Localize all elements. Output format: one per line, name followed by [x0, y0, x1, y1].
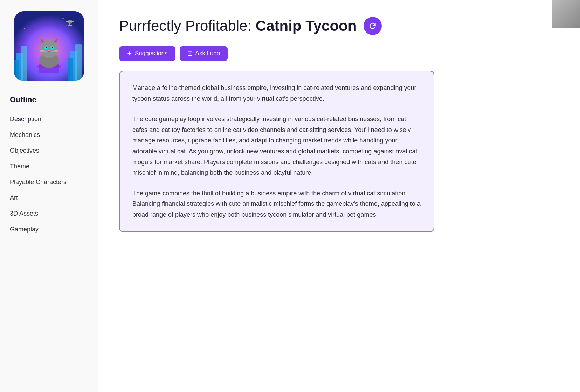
description-content-box: Manage a feline-themed global business e… — [119, 71, 434, 232]
svg-rect-6 — [75, 44, 82, 81]
svg-point-18 — [46, 47, 47, 48]
page-title: Purrfectly Profitable: Catnip Tycoon — [119, 18, 357, 34]
sidebar-item-3d-assets[interactable]: 3D Assets — [7, 206, 91, 222]
sidebar: Outline Description Mechanics Objectives… — [0, 0, 98, 392]
description-paragraph-2: The core gameplay loop involves strategi… — [132, 114, 421, 178]
svg-rect-28 — [68, 25, 72, 26]
game-image — [14, 11, 84, 81]
description-paragraph-1: Manage a feline-themed global business e… — [132, 83, 421, 104]
sidebar-item-objectives[interactable]: Objectives — [7, 143, 91, 159]
refresh-icon — [368, 21, 377, 30]
svg-point-30 — [35, 16, 35, 17]
sidebar-item-description[interactable]: Description — [7, 111, 91, 127]
sidebar-item-mechanics[interactable]: Mechanics — [7, 127, 91, 143]
action-buttons: ✦ Suggestions ⊡ Ask Ludo — [119, 46, 559, 61]
svg-point-29 — [27, 20, 28, 21]
sidebar-item-gameplay[interactable]: Gameplay — [7, 222, 91, 237]
sidebar-item-theme[interactable]: Theme — [7, 159, 91, 174]
svg-point-31 — [62, 18, 63, 19]
suggestions-icon: ✦ — [127, 50, 132, 57]
top-right-decoration — [552, 0, 580, 28]
svg-point-19 — [52, 47, 53, 48]
svg-point-32 — [24, 28, 25, 29]
sidebar-nav: Outline Description Mechanics Objectives… — [0, 95, 98, 237]
svg-rect-3 — [21, 46, 27, 81]
svg-point-20 — [48, 50, 50, 51]
main-content: Purrfectly Profitable: Catnip Tycoon ✦ S… — [98, 0, 580, 392]
svg-rect-4 — [14, 60, 19, 81]
sidebar-item-art[interactable]: Art — [7, 190, 91, 206]
outline-title: Outline — [7, 95, 91, 104]
description-paragraph-3: The game combines the thrill of building… — [132, 188, 421, 220]
svg-rect-26 — [66, 21, 74, 22]
ask-ludo-icon: ⊡ — [187, 50, 193, 57]
section-divider — [119, 246, 434, 246]
suggestions-button[interactable]: ✦ Suggestions — [119, 46, 175, 61]
svg-rect-7 — [68, 58, 73, 81]
sidebar-item-playable-characters[interactable]: Playable Characters — [7, 174, 91, 190]
page-header: Purrfectly Profitable: Catnip Tycoon — [119, 17, 559, 35]
ask-ludo-button[interactable]: ⊡ Ask Ludo — [180, 46, 228, 61]
refresh-button[interactable] — [364, 17, 382, 35]
